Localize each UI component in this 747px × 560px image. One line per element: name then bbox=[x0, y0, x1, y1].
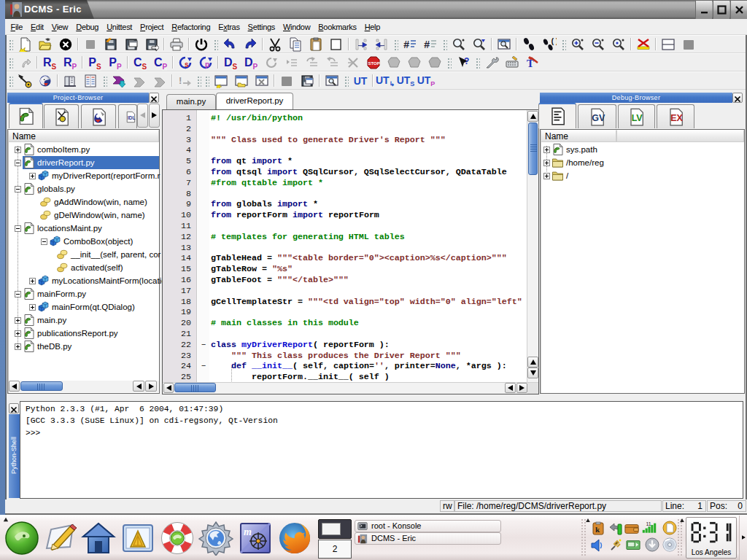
svg-text:#: # bbox=[403, 39, 409, 51]
svg-text:GV: GV bbox=[592, 112, 605, 122]
svg-text:11: 11 bbox=[646, 521, 651, 526]
svg-text:LV: LV bbox=[632, 112, 643, 122]
svg-text:p: p bbox=[205, 61, 209, 69]
svg-text:STOP: STOP bbox=[368, 61, 380, 66]
svg-text:?: ? bbox=[464, 56, 469, 66]
svg-text:!: ! bbox=[179, 75, 182, 86]
svg-text:#: # bbox=[424, 39, 430, 51]
svg-text:IDL: IDL bbox=[128, 114, 135, 120]
svg-text:k: k bbox=[595, 525, 600, 534]
svg-text:(): () bbox=[551, 38, 557, 46]
svg-text:s: s bbox=[185, 61, 189, 69]
svg-text:EX: EX bbox=[670, 112, 683, 122]
svg-text:m: m bbox=[244, 526, 252, 537]
